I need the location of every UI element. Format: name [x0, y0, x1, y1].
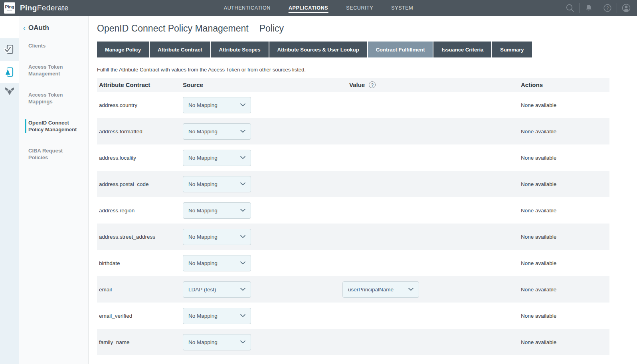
- product-name: PingFederate: [20, 4, 69, 12]
- actions-text: None available: [521, 234, 609, 240]
- chevron-down-icon: [240, 103, 245, 107]
- chevron-down-icon: [240, 314, 245, 317]
- source-select[interactable]: No Mapping: [183, 308, 251, 324]
- source-select[interactable]: No Mapping: [183, 229, 251, 245]
- table-row: email LDAP (test) userPrincipalName None…: [97, 276, 609, 303]
- sidebar-item-clients[interactable]: Clients: [19, 42, 83, 49]
- source-select-value: No Mapping: [188, 181, 218, 187]
- chevron-down-icon: [240, 209, 245, 212]
- sidebar-item-access-token-mappings[interactable]: Access Token Mappings: [19, 91, 83, 105]
- page-title: OpenID Connect Policy Management Policy: [97, 23, 609, 34]
- value-select[interactable]: userPrincipalName: [342, 281, 419, 298]
- value-select-value: userPrincipalName: [348, 287, 394, 293]
- attribute-label: birthdate: [99, 260, 183, 266]
- table-body: address.country No Mapping None availabl…: [97, 92, 609, 355]
- chevron-down-icon: [240, 340, 245, 344]
- source-select-value: No Mapping: [188, 208, 218, 214]
- sidebar-back-oauth[interactable]: ‹ OAuth: [23, 24, 88, 32]
- actions-text: None available: [521, 287, 609, 293]
- sidebar-nav-list: Clients Access Token Management Access T…: [19, 42, 88, 161]
- actions-text: None available: [521, 155, 609, 161]
- nav-item-applications[interactable]: APPLICATIONS: [289, 4, 328, 13]
- table-row: family_name No Mapping None available: [97, 329, 609, 355]
- chevron-down-icon: [240, 261, 245, 265]
- shield-policies-icon[interactable]: [4, 85, 16, 97]
- help-icon[interactable]: ?: [601, 0, 614, 16]
- source-select-value: No Mapping: [188, 129, 218, 135]
- policy-tabs: Manage Policy Attribute Contract Attribu…: [97, 42, 609, 57]
- sidebar-item-access-token-management[interactable]: Access Token Management: [19, 63, 83, 77]
- attribute-label: address.street_address: [99, 234, 183, 240]
- page-title-secondary: Policy: [259, 23, 284, 34]
- source-select-value: No Mapping: [188, 313, 218, 319]
- value-help-icon[interactable]: ?: [369, 81, 376, 88]
- sidebar-section-title: OAuth: [28, 24, 49, 32]
- column-header-value-label: Value: [349, 81, 365, 88]
- top-bar: Ping Identity. PingFederate AUTHENTICATI…: [0, 0, 637, 16]
- chevron-left-icon: ‹: [23, 24, 26, 32]
- tab-attribute-contract[interactable]: Attribute Contract: [150, 42, 210, 57]
- divider: [598, 3, 598, 13]
- rail-band: [0, 83, 19, 364]
- source-select-value: No Mapping: [188, 102, 218, 108]
- table-row: address.country No Mapping None availabl…: [97, 92, 609, 118]
- source-select[interactable]: No Mapping: [183, 176, 251, 192]
- table-header: Attribute Contract Source Value ? Action…: [97, 78, 609, 92]
- primary-nav: AUTHENTICATION APPLICATIONS SECURITY SYS…: [224, 0, 413, 16]
- ping-identity-logo: Ping Identity.: [4, 2, 15, 14]
- nav-item-authentication[interactable]: AUTHENTICATION: [224, 4, 271, 13]
- sidebar-item-ciba-request-policies[interactable]: CIBA Request Policies: [19, 147, 83, 161]
- oauth-token-icon-active[interactable]: [4, 66, 16, 78]
- source-select[interactable]: No Mapping: [183, 334, 251, 350]
- source-select[interactable]: No Mapping: [183, 202, 251, 219]
- source-select-value: No Mapping: [188, 260, 218, 266]
- actions-text: None available: [521, 102, 609, 108]
- attribute-label: email_verified: [99, 313, 183, 319]
- chevron-down-icon: [240, 130, 245, 133]
- attribute-label: address.locality: [99, 155, 183, 161]
- page-description: Fulfill the Attribute Contract with valu…: [97, 67, 609, 73]
- attribute-label: address.postal_code: [99, 181, 183, 187]
- table-row: address.street_address No Mapping None a…: [97, 224, 609, 250]
- attribute-label: family_name: [99, 339, 183, 345]
- source-select[interactable]: No Mapping: [183, 123, 251, 140]
- account-icon[interactable]: [619, 0, 633, 16]
- table-row: address.region No Mapping None available: [97, 197, 609, 224]
- nav-item-security[interactable]: SECURITY: [346, 4, 373, 13]
- tab-attribute-sources-user-lookup[interactable]: Attribute Sources & User Lookup: [269, 42, 367, 57]
- tab-contract-fulfillment[interactable]: Contract Fulfillment: [368, 42, 433, 57]
- title-divider: [254, 24, 254, 34]
- source-select[interactable]: No Mapping: [183, 97, 251, 113]
- clients-checklist-icon[interactable]: [4, 44, 16, 55]
- actions-text: None available: [521, 339, 609, 345]
- column-header-source: Source: [183, 81, 342, 88]
- notification-bell-icon[interactable]: [582, 0, 595, 16]
- tab-issuance-criteria[interactable]: Issuance Criteria: [433, 42, 491, 57]
- tab-manage-policy[interactable]: Manage Policy: [97, 42, 149, 57]
- sidebar-item-openid-connect-policy-management[interactable]: OpenID Connect Policy Management: [25, 119, 83, 133]
- source-select[interactable]: LDAP (test): [183, 281, 251, 298]
- table-row: address.locality No Mapping None availab…: [97, 144, 609, 171]
- source-select-value: No Mapping: [188, 234, 218, 240]
- main-content: OpenID Connect Policy Management Policy …: [89, 16, 637, 364]
- sidebar-icon-rail: [0, 16, 19, 364]
- column-header-value: Value ?: [342, 81, 521, 88]
- table-row: address.formatted No Mapping None availa…: [97, 118, 609, 144]
- nav-item-system[interactable]: SYSTEM: [391, 4, 413, 13]
- actions-text: None available: [521, 208, 609, 214]
- chevron-down-icon: [240, 288, 245, 291]
- tab-summary[interactable]: Summary: [492, 42, 532, 57]
- attribute-label: email: [99, 287, 183, 293]
- table-row: email_verified No Mapping None available: [97, 303, 609, 329]
- actions-text: None available: [521, 313, 609, 319]
- search-icon[interactable]: [563, 0, 577, 16]
- source-select[interactable]: No Mapping: [183, 255, 251, 271]
- scrollbar-track[interactable]: [636, 16, 636, 364]
- chevron-down-icon: [408, 288, 413, 291]
- page-title-primary: OpenID Connect Policy Management: [97, 23, 249, 34]
- divider: [617, 3, 617, 13]
- column-header-actions: Actions: [521, 81, 609, 88]
- source-select[interactable]: No Mapping: [183, 150, 251, 166]
- tab-attribute-scopes[interactable]: Attribute Scopes: [211, 42, 269, 57]
- attribute-label: address.region: [99, 208, 183, 214]
